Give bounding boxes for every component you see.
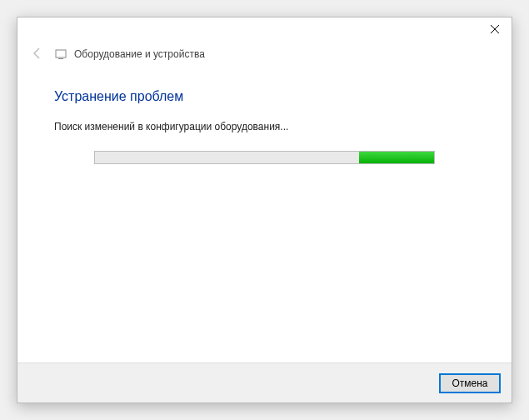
titlebar (17, 18, 512, 42)
back-button (27, 44, 47, 64)
content-area: Устранение проблем Поиск изменений в кон… (17, 66, 512, 362)
svg-rect-2 (56, 50, 66, 58)
close-icon (491, 24, 499, 36)
troubleshooter-window: Оборудование и устройства Устранение про… (17, 17, 512, 403)
progress-fill (359, 152, 434, 163)
svg-rect-3 (58, 58, 63, 59)
page-heading: Устранение проблем (54, 89, 475, 104)
header-row: Оборудование и устройства (17, 42, 512, 66)
status-text: Поиск изменений в конфигурации оборудова… (54, 121, 475, 132)
footer: Отмена (17, 362, 512, 402)
header-title: Оборудование и устройства (74, 48, 205, 60)
arrow-left-icon (31, 47, 44, 62)
cancel-button[interactable]: Отмена (440, 374, 500, 392)
close-button[interactable] (478, 18, 512, 42)
progress-container (54, 151, 475, 164)
device-icon (54, 48, 67, 61)
progress-bar (94, 151, 435, 164)
